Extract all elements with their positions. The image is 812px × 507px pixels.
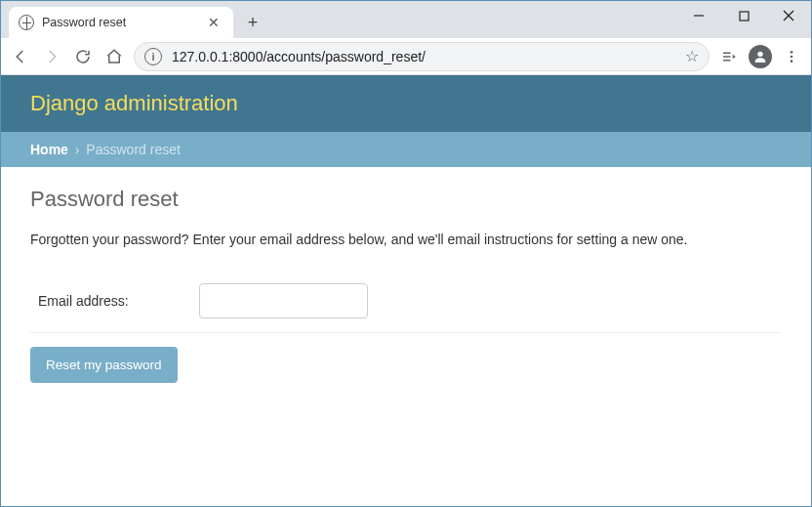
browser-tab[interactable]: Password reset ✕ [9,7,233,38]
page-title: Password reset [30,187,782,212]
reset-password-button[interactable]: Reset my password [30,347,178,383]
maximize-button[interactable] [721,1,766,30]
help-text: Forgotten your password? Enter your emai… [30,230,782,250]
email-field[interactable] [199,283,368,318]
profile-avatar-icon[interactable] [749,45,772,68]
tab-title: Password reset [42,16,202,29]
address-bar[interactable]: i 127.0.0.1:8000/accounts/password_reset… [134,42,710,71]
breadcrumb-home-link[interactable]: Home [30,142,68,157]
globe-icon [19,15,34,30]
svg-rect-1 [740,12,749,21]
bookmark-star-icon[interactable]: ☆ [677,47,699,65]
branding-title: Django administration [30,91,238,115]
svg-point-10 [791,60,793,63]
home-button[interactable] [102,45,126,68]
svg-point-9 [791,55,793,58]
email-label: Email address: [38,293,199,309]
reload-button[interactable] [71,45,95,68]
browser-titlebar: Password reset ✕ + [1,1,811,38]
breadcrumb-separator: › [72,142,83,157]
breadcrumb: Home › Password reset [1,132,811,167]
window-controls [676,1,811,30]
minimize-button[interactable] [676,1,721,30]
breadcrumb-current: Password reset [86,142,180,157]
svg-point-8 [791,51,793,54]
email-form-row: Email address: [30,270,782,333]
svg-point-7 [757,51,762,56]
new-tab-button[interactable]: + [239,9,266,36]
menu-kebab-icon[interactable] [780,45,803,68]
media-control-icon[interactable] [717,45,741,68]
django-header: Django administration [1,75,811,132]
browser-toolbar: i 127.0.0.1:8000/accounts/password_reset… [1,38,811,75]
back-button[interactable] [9,45,32,68]
window-close-button[interactable] [766,1,811,30]
url-text: 127.0.0.1:8000/accounts/password_reset/ [172,49,677,64]
close-tab-icon[interactable]: ✕ [202,15,225,30]
page-viewport: Django administration Home › Password re… [1,75,811,506]
site-info-icon[interactable]: i [144,48,162,65]
content-area: Password reset Forgotten your password? … [1,167,811,402]
forward-button[interactable] [40,45,63,68]
